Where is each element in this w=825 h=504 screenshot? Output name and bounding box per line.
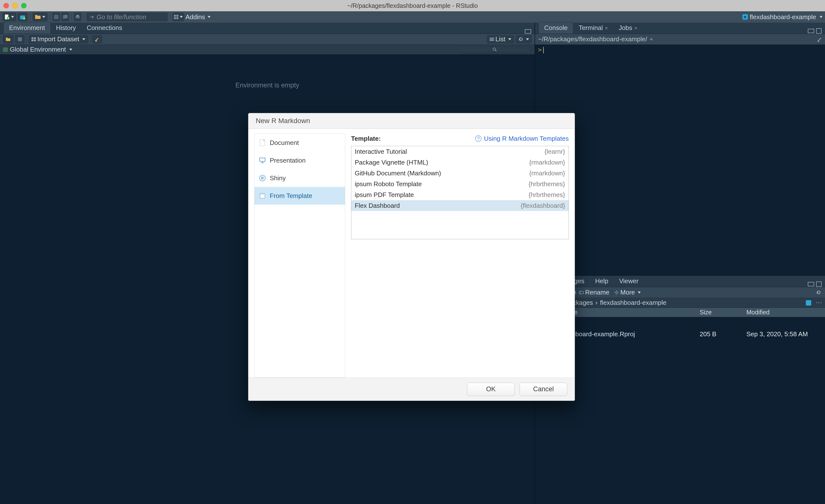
tab-terminal[interactable]: Terminal×: [573, 22, 613, 34]
template-item[interactable]: ipsum Roboto Template{hrbrthemes}: [351, 179, 569, 189]
help-icon: ?: [475, 135, 481, 142]
template-list: Interactive Tutorial{learnr} Package Vig…: [351, 146, 569, 239]
import-dataset-label: Import Dataset: [38, 35, 79, 43]
minimize-window-button[interactable]: [12, 3, 18, 8]
goto-dir-icon[interactable]: [649, 37, 654, 41]
chevron-down-icon: [508, 38, 511, 40]
type-shiny[interactable]: R Shiny: [254, 169, 345, 187]
maximize-pane-icon[interactable]: [816, 28, 822, 34]
template-item[interactable]: Flex Dashboard{flexdashboard}: [351, 200, 569, 211]
tab-connections[interactable]: Connections: [81, 22, 128, 34]
more-path-icon[interactable]: ⋯: [816, 299, 822, 307]
zoom-window-button[interactable]: [21, 3, 26, 8]
close-icon[interactable]: ×: [605, 25, 608, 31]
minimize-pane-icon[interactable]: [808, 282, 814, 286]
svg-rect-25: [579, 291, 584, 294]
svg-rect-17: [34, 39, 36, 41]
addins-menu[interactable]: Addins: [185, 13, 211, 21]
ok-button[interactable]: OK: [467, 383, 515, 396]
new-project-button[interactable]: [18, 13, 27, 21]
template-help-link[interactable]: ? Using R Markdown Templates: [475, 135, 569, 143]
scope-dropdown[interactable]: Global Environment: [10, 46, 66, 53]
template-package: {hrbrthemes}: [528, 180, 565, 188]
goto-file-function-input[interactable]: Go to file/function: [86, 13, 167, 21]
template-name: ipsum PDF Template: [355, 191, 414, 199]
help-link-text: Using R Markdown Templates: [484, 135, 569, 143]
files-body: ⤴ exdashboard-example.Rproj 205 B Sep 3,…: [535, 317, 825, 504]
environment-search-input[interactable]: [458, 46, 532, 53]
clear-console-icon[interactable]: [817, 37, 822, 42]
save-all-button[interactable]: [61, 13, 69, 21]
tab-help[interactable]: Help: [590, 275, 613, 287]
close-window-button[interactable]: [3, 3, 9, 8]
console-toolbar: ~/R/packages/flexdashboard-example/: [535, 34, 825, 45]
addins-label: Addins: [185, 13, 205, 21]
scope-icon: [3, 48, 8, 52]
save-icon: [18, 37, 22, 41]
tab-jobs[interactable]: Jobs×: [613, 22, 643, 34]
template-name: Flex Dashboard: [355, 202, 400, 209]
rename-button[interactable]: Rename: [579, 288, 609, 296]
save-workspace-button[interactable]: [15, 35, 24, 43]
console-prompt: >: [538, 46, 542, 53]
tools-grid-button[interactable]: [173, 13, 184, 21]
import-dataset-menu[interactable]: Import Dataset: [29, 35, 88, 43]
close-icon[interactable]: ×: [634, 25, 637, 31]
rproject-icon[interactable]: [806, 300, 811, 306]
svg-point-22: [493, 48, 496, 50]
open-file-menu[interactable]: [33, 13, 48, 21]
refresh-environment-button[interactable]: [516, 35, 532, 43]
maximize-pane-icon[interactable]: [816, 281, 822, 287]
tab-history[interactable]: History: [51, 22, 81, 34]
grid-icon: [174, 15, 178, 19]
console-tab-bar: Console Terminal× Jobs×: [535, 23, 825, 34]
template-item[interactable]: GitHub Document (Markdown){rmarkdown}: [351, 168, 569, 179]
cursor-icon: [543, 47, 544, 53]
file-name: exdashboard-example.Rproj: [555, 330, 700, 338]
refresh-files-button[interactable]: [815, 288, 823, 297]
new-rmarkdown-dialog: New R Markdown Document Presentation R S…: [248, 113, 575, 401]
project-menu[interactable]: R flexdashboard-example: [742, 13, 823, 21]
window-title: ~/R/packages/flexdashboard-example - RSt…: [0, 2, 825, 9]
new-file-menu[interactable]: [2, 13, 16, 21]
file-modified: Sep 3, 2020, 5:58 AM: [746, 330, 825, 338]
dialog-right: Template: ? Using R Markdown Templates I…: [351, 134, 569, 377]
tab-console[interactable]: Console: [538, 22, 573, 34]
console-body[interactable]: >: [535, 45, 825, 276]
svg-rect-6: [64, 15, 68, 18]
new-project-icon: [20, 14, 25, 20]
svg-rect-38: [260, 193, 265, 195]
column-header-size[interactable]: Size: [700, 309, 746, 316]
dialog-type-list: Document Presentation R Shiny From Templ…: [254, 134, 345, 377]
more-menu[interactable]: More: [614, 288, 641, 296]
type-document[interactable]: Document: [254, 134, 345, 152]
load-workspace-button[interactable]: [3, 35, 13, 43]
breadcrumb-segment[interactable]: flexdashboard-example: [600, 299, 666, 307]
template-item[interactable]: Interactive Tutorial{learnr}: [351, 146, 569, 157]
print-button[interactable]: [74, 13, 81, 21]
clear-workspace-button[interactable]: [92, 35, 102, 43]
more-label: More: [620, 288, 635, 296]
save-button[interactable]: [53, 13, 60, 21]
minimize-pane-icon[interactable]: [525, 29, 531, 34]
files-header: Name Size Modified: [535, 308, 825, 317]
chevron-down-icon: [820, 16, 823, 18]
rproject-icon: R: [742, 14, 748, 20]
template-item[interactable]: Package Vignette (HTML){rmarkdown}: [351, 157, 569, 168]
template-item[interactable]: ipsum PDF Template{hrbrthemes}: [351, 189, 569, 200]
file-up-row[interactable]: ⤴: [535, 317, 825, 328]
type-presentation[interactable]: Presentation: [254, 152, 345, 169]
folder-open-icon: [6, 37, 11, 41]
gear-icon: [614, 290, 619, 295]
tab-environment[interactable]: Environment: [3, 22, 51, 34]
template-package: {rmarkdown}: [529, 159, 565, 166]
type-from-template[interactable]: From Template: [254, 187, 345, 204]
cancel-button[interactable]: Cancel: [520, 383, 567, 396]
view-mode-menu[interactable]: List: [487, 35, 514, 43]
svg-rect-11: [174, 17, 176, 19]
file-row[interactable]: exdashboard-example.Rproj 205 B Sep 3, 2…: [535, 328, 825, 340]
tab-viewer[interactable]: Viewer: [614, 275, 644, 287]
column-header-modified[interactable]: Modified: [746, 309, 825, 316]
svg-rect-13: [18, 37, 22, 41]
minimize-pane-icon[interactable]: [808, 29, 814, 33]
